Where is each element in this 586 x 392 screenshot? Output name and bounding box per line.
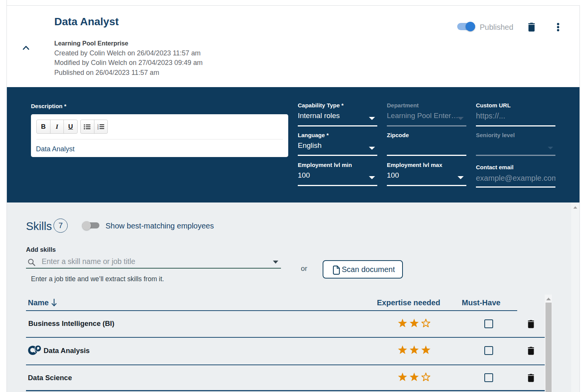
svg-text:3: 3 <box>97 128 99 130</box>
